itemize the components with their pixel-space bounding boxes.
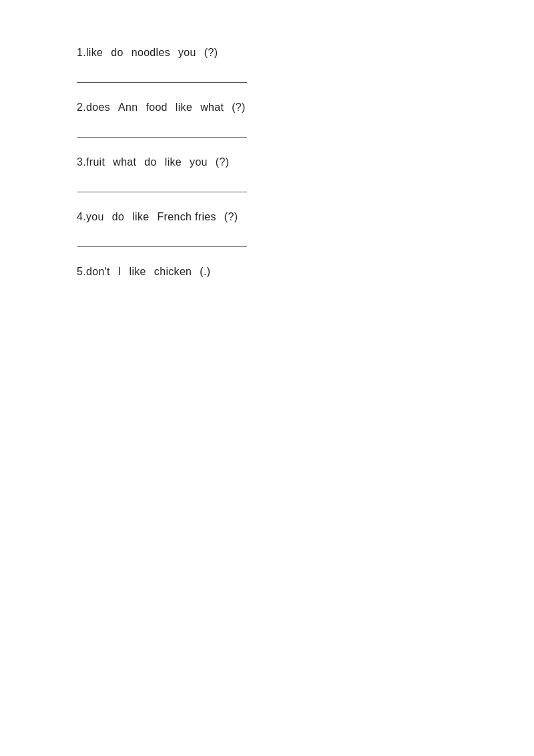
- word-5-4: (.): [200, 266, 210, 278]
- word-5-1: I: [118, 266, 121, 278]
- word-1-3: you: [178, 47, 196, 59]
- scrambled-words-4: 4.youdolikeFrench fries(?): [77, 211, 457, 223]
- word-2-3: like: [176, 102, 192, 114]
- word-1-2: noodles: [131, 47, 170, 59]
- word-3-4: you: [190, 156, 208, 168]
- word-2-0: 2.does: [77, 102, 110, 114]
- word-4-2: like: [132, 211, 149, 223]
- word-4-1: do: [112, 211, 124, 223]
- word-4-0: 4.you: [77, 211, 104, 223]
- answer-line-3: [77, 180, 247, 192]
- word-3-5: (?): [216, 156, 230, 168]
- word-2-5: (?): [232, 102, 246, 114]
- page-container: 1.likedonoodlesyou(?)2.doesAnnfoodlikewh…: [0, 0, 534, 330]
- scrambled-words-3: 3.fruitwhatdolikeyou(?): [77, 156, 457, 168]
- scrambled-words-5: 5.don'tIlikechicken(.): [77, 266, 457, 278]
- word-1-1: do: [111, 47, 123, 59]
- question-block-5: 5.don'tIlikechicken(.): [77, 266, 457, 278]
- word-3-1: what: [113, 156, 136, 168]
- question-block-2: 2.doesAnnfoodlikewhat(?): [77, 102, 457, 138]
- word-2-2: food: [146, 102, 167, 114]
- word-5-3: chicken: [154, 266, 192, 278]
- scrambled-words-1: 1.likedonoodlesyou(?): [77, 47, 457, 59]
- word-5-0: 5.don't: [77, 266, 110, 278]
- word-3-0: 3.fruit: [77, 156, 105, 168]
- word-2-1: Ann: [118, 102, 138, 114]
- scrambled-words-2: 2.doesAnnfoodlikewhat(?): [77, 102, 457, 114]
- answer-line-2: [77, 126, 247, 138]
- question-block-4: 4.youdolikeFrench fries(?): [77, 211, 457, 247]
- word-2-4: what: [200, 102, 224, 114]
- word-3-2: do: [144, 156, 156, 168]
- word-1-4: (?): [204, 47, 218, 59]
- word-4-4: (?): [224, 211, 238, 223]
- answer-line-4: [77, 235, 247, 247]
- word-1-0: 1.like: [77, 47, 103, 59]
- word-5-2: like: [129, 266, 146, 278]
- answer-line-1: [77, 71, 247, 83]
- word-4-3: French fries: [157, 211, 216, 223]
- question-block-1: 1.likedonoodlesyou(?): [77, 47, 457, 83]
- word-3-3: like: [165, 156, 182, 168]
- question-block-3: 3.fruitwhatdolikeyou(?): [77, 156, 457, 192]
